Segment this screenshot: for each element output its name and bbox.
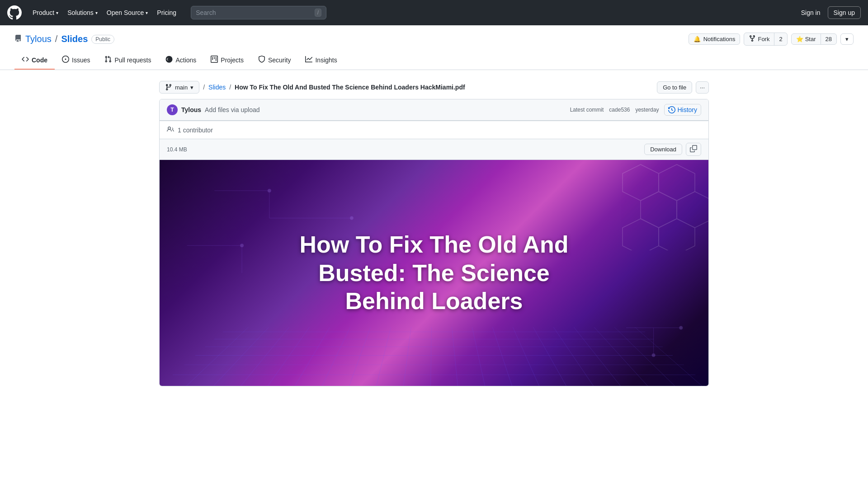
history-link[interactable]: History	[664, 104, 701, 116]
commit-info-box: T Tylous Add files via upload Latest com…	[159, 99, 709, 121]
security-icon	[258, 56, 265, 64]
tab-issues[interactable]: Issues	[55, 51, 97, 70]
star-icon: ⭐	[796, 36, 803, 42]
file-breadcrumb: main ▾ / Slides / How To Fix The Old And…	[159, 81, 465, 94]
repo-action-buttons: 🔔 Notifications Fork 2 ⭐ Star	[689, 33, 854, 46]
svg-point-16	[679, 326, 683, 329]
repo-owner-link[interactable]: Tylous	[25, 34, 52, 44]
tab-insights[interactable]: Insights	[298, 51, 344, 70]
tab-code[interactable]: Code	[14, 51, 55, 70]
svg-point-13	[240, 244, 243, 247]
fork-button[interactable]: Fork	[744, 33, 774, 45]
copy-raw-button[interactable]	[686, 143, 701, 156]
search-shortcut: /	[315, 9, 321, 17]
top-navigation: Product ▾ Solutions ▾ Open Source ▾ Pric…	[0, 0, 868, 25]
pdf-preview-content: How To Fix The Old And Busted: The Scien…	[267, 221, 601, 324]
pull-request-icon	[104, 56, 112, 64]
fork-count[interactable]: 2	[774, 33, 787, 45]
star-count[interactable]: 28	[821, 34, 836, 44]
more-options-button[interactable]: ▾	[840, 33, 854, 45]
file-size: 10.4 MB	[167, 146, 187, 153]
nav-opensource[interactable]: Open Source ▾	[103, 6, 152, 19]
nav-solutions[interactable]: Solutions ▾	[64, 6, 101, 19]
actions-icon	[165, 56, 173, 64]
svg-point-17	[652, 353, 655, 357]
commit-message: Add files via upload	[205, 106, 259, 113]
content-area: main ▾ / Slides / How To Fix The Old And…	[145, 70, 723, 397]
contributors-icon	[167, 126, 174, 134]
commit-author[interactable]: Tylous	[181, 106, 201, 113]
contributors-row: 1 contributor	[159, 121, 709, 139]
star-button[interactable]: ⭐ Star	[792, 34, 821, 44]
nav-product[interactable]: Product ▾	[29, 6, 62, 19]
file-viewer: 10.4 MB Download	[159, 139, 709, 386]
pdf-title: How To Fix The Old And Busted: The Scien…	[276, 230, 592, 315]
repo-icon	[14, 34, 22, 44]
go-to-file-button[interactable]: Go to file	[657, 81, 692, 94]
bell-icon: 🔔	[693, 36, 701, 42]
file-toolbar: 10.4 MB Download	[160, 139, 708, 160]
signin-button[interactable]: Sign in	[797, 7, 824, 19]
file-navigation: main ▾ / Slides / How To Fix The Old And…	[159, 81, 709, 94]
repo-visibility-badge: Public	[91, 35, 114, 44]
repo-name-link[interactable]: Slides	[61, 34, 88, 44]
download-button[interactable]: Download	[644, 144, 682, 155]
tab-pull-requests[interactable]: Pull requests	[97, 51, 158, 70]
nav-pricing[interactable]: Pricing	[153, 6, 180, 19]
signup-button[interactable]: Sign up	[828, 6, 861, 19]
repo-header: Tylous / Slides Public 🔔 Notifications F…	[0, 25, 868, 70]
file-toolbar-actions: Download	[644, 143, 701, 156]
projects-icon	[211, 56, 218, 64]
file-more-button[interactable]: ···	[696, 81, 709, 94]
chevron-down-icon: ▾	[190, 84, 193, 91]
svg-point-9	[268, 189, 271, 192]
repo-tabs: Code Issues Pull requests Actions Projec…	[14, 51, 854, 70]
tab-security[interactable]: Security	[251, 51, 298, 70]
commit-info-right: Latest commit cade536 yesterday History	[570, 104, 701, 116]
issues-icon	[62, 56, 69, 64]
latest-commit-label: Latest commit	[570, 107, 604, 113]
tab-projects[interactable]: Projects	[203, 51, 251, 70]
nav-links: Product ▾ Solutions ▾ Open Source ▾ Pric…	[29, 6, 180, 19]
chevron-down-icon: ▾	[56, 10, 58, 15]
search-input[interactable]: Search /	[191, 6, 326, 19]
chevron-down-icon: ▾	[146, 10, 148, 15]
repo-title: Tylous / Slides Public	[14, 34, 114, 44]
code-icon	[22, 56, 29, 64]
fork-icon	[749, 35, 756, 43]
breadcrumb-slides-link[interactable]: Slides	[208, 84, 226, 91]
fork-button-group: Fork 2	[744, 33, 787, 46]
pdf-preview: How To Fix The Old And Busted: The Scien…	[160, 160, 708, 386]
commit-hash[interactable]: cade536	[609, 107, 630, 113]
tab-actions[interactable]: Actions	[158, 51, 203, 70]
github-logo-icon[interactable]	[7, 5, 22, 20]
nav-right-actions: Sign in Sign up	[797, 6, 861, 19]
contributors-count: 1 contributor	[178, 127, 213, 134]
notifications-button[interactable]: 🔔 Notifications	[689, 33, 741, 45]
insights-icon	[305, 56, 312, 64]
svg-point-10	[350, 216, 353, 220]
commit-time: yesterday	[635, 107, 659, 113]
branch-selector-button[interactable]: main ▾	[159, 81, 199, 94]
star-button-group: ⭐ Star 28	[791, 33, 837, 45]
commit-row: T Tylous Add files via upload Latest com…	[160, 99, 708, 121]
breadcrumb-filename: How To Fix The Old And Busted The Scienc…	[235, 84, 465, 91]
search-bar[interactable]: Search /	[191, 6, 326, 19]
file-nav-actions: Go to file ···	[657, 81, 709, 94]
avatar: T	[167, 104, 178, 115]
chevron-down-icon: ▾	[95, 10, 98, 15]
commit-info-left: T Tylous Add files via upload	[167, 104, 260, 115]
